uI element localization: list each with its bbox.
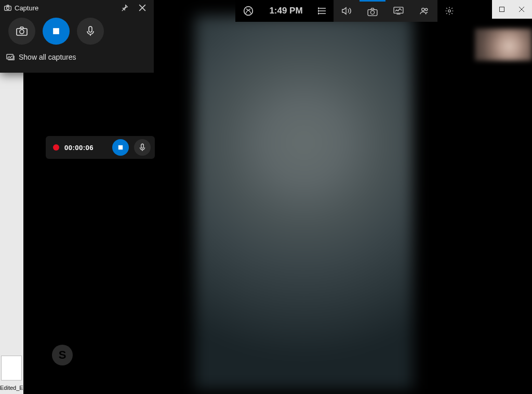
show-all-captures-label: Show all captures [19, 53, 76, 61]
camera-icon [4, 5, 11, 11]
pin-button[interactable] [117, 1, 132, 15]
capture-widget-header[interactable]: Capture [0, 0, 154, 16]
svg-point-5 [318, 10, 319, 11]
close-icon [139, 4, 146, 11]
capture-button-row [0, 16, 154, 48]
widgets-menu-button[interactable] [311, 0, 334, 22]
gamebar-settings-button[interactable] [437, 0, 461, 22]
performance-icon [393, 7, 404, 15]
show-all-captures-link[interactable]: Show all captures [0, 48, 154, 66]
audio-widget-button[interactable] [334, 0, 360, 22]
gallery-icon [6, 53, 15, 61]
recording-elapsed-time: 00:00:06 [64, 144, 107, 152]
capture-widget-button[interactable] [360, 0, 385, 22]
window-caption-buttons [492, 0, 532, 19]
svg-rect-14 [500, 7, 504, 12]
recording-status-pill[interactable]: 00:00:06 [46, 136, 155, 159]
desktop-file-thumbnail[interactable] [1, 356, 22, 381]
desktop-background: Edited_E [0, 73, 23, 394]
svg-point-22 [20, 30, 24, 34]
close-icon [518, 6, 525, 12]
recording-indicator-icon [53, 144, 59, 151]
performance-widget-button[interactable] [385, 0, 411, 22]
people-icon [419, 7, 430, 15]
social-widget-button[interactable] [411, 0, 437, 22]
svg-rect-24 [89, 26, 92, 32]
camera-icon [16, 26, 28, 36]
svg-point-11 [422, 8, 424, 11]
svg-point-13 [448, 10, 451, 12]
gear-icon [445, 6, 454, 16]
desktop-folder-placeholder[interactable] [1, 75, 22, 106]
svg-rect-28 [141, 144, 144, 148]
maximize-button[interactable] [492, 0, 512, 19]
svg-point-18 [6, 7, 9, 9]
xbox-game-bar: 1:49 PM [235, 0, 492, 22]
desktop-file-label[interactable]: Edited_E [0, 385, 23, 391]
svg-point-6 [318, 13, 319, 14]
close-capture-button[interactable] [135, 1, 150, 15]
pin-icon [121, 4, 128, 11]
stop-icon [118, 145, 123, 150]
xbox-button[interactable] [235, 0, 261, 22]
maximize-icon [499, 6, 505, 12]
capture-widget-panel: Capture [0, 0, 154, 73]
svg-rect-23 [53, 28, 59, 34]
gamebar-clock: 1:49 PM [261, 0, 311, 22]
svg-point-12 [425, 8, 427, 10]
microphone-icon [139, 143, 145, 152]
capture-widget-title: Capture [15, 4, 38, 12]
close-button[interactable] [512, 0, 531, 19]
screenshot-button[interactable] [8, 18, 35, 45]
svg-rect-26 [7, 55, 13, 59]
self-preview-video[interactable] [475, 29, 532, 61]
skype-logo-badge: S [52, 345, 73, 365]
svg-point-4 [318, 8, 319, 9]
menu-list-icon [318, 7, 326, 15]
stop-icon [52, 28, 60, 35]
pill-stop-button[interactable] [112, 139, 129, 156]
xbox-icon [243, 6, 254, 16]
svg-rect-27 [118, 145, 123, 150]
microphone-icon [86, 26, 95, 36]
pill-microphone-button[interactable] [134, 139, 151, 156]
stop-recording-button[interactable] [43, 18, 70, 45]
microphone-toggle-button[interactable] [77, 18, 104, 45]
speaker-icon [341, 6, 352, 16]
camera-icon [367, 8, 378, 16]
main-video-feed [195, 16, 413, 389]
svg-point-8 [370, 10, 374, 14]
